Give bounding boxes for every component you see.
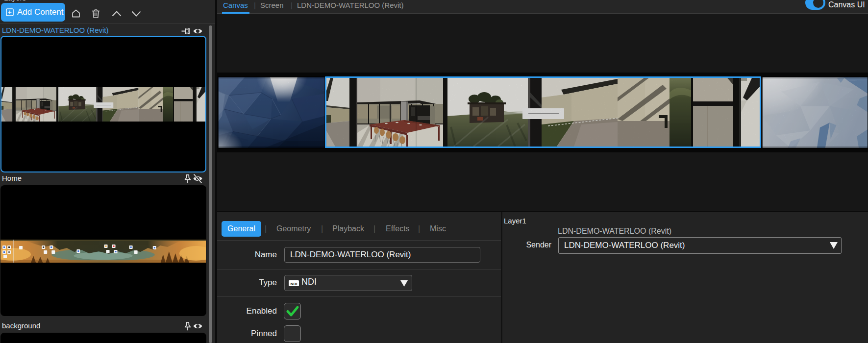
svg-text:NDI: NDI — [291, 282, 298, 286]
